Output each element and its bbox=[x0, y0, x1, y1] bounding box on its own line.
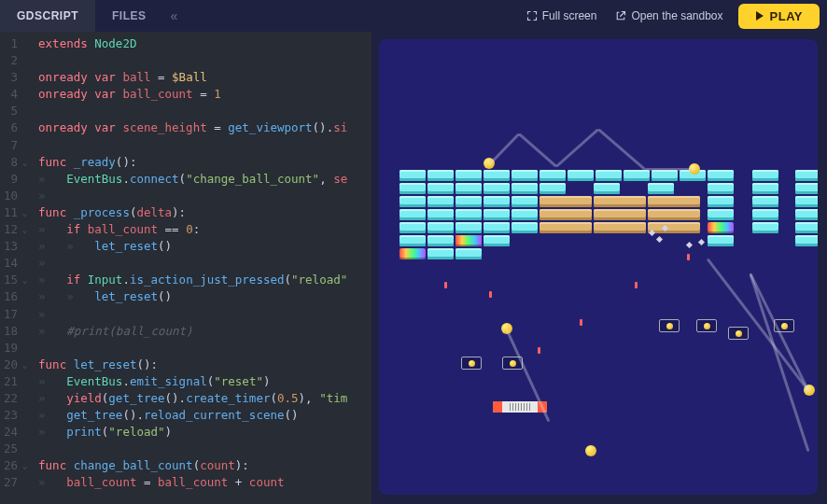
line-number: 14 bbox=[4, 255, 27, 272]
code-line[interactable]: func _ready(): bbox=[38, 154, 347, 171]
brick-cyan bbox=[795, 196, 818, 207]
line-number: 13 bbox=[4, 238, 27, 255]
brick-cyan bbox=[399, 183, 426, 194]
open-sandbox-label: Open the sandbox bbox=[631, 9, 722, 22]
code-line[interactable] bbox=[38, 137, 347, 154]
fullscreen-icon bbox=[526, 10, 538, 21]
line-number: 17 bbox=[4, 306, 27, 323]
brick-rainbow bbox=[708, 222, 734, 233]
code-line[interactable]: func change_ball_count(count): bbox=[38, 457, 347, 474]
code-line[interactable]: » bbox=[38, 255, 347, 272]
code-line[interactable]: » print("reload") bbox=[38, 424, 347, 441]
brick-cyan bbox=[708, 183, 734, 194]
ball-trail bbox=[488, 133, 520, 165]
brick-cyan bbox=[456, 183, 482, 194]
brick-cyan bbox=[708, 235, 734, 246]
brick-rainbow bbox=[399, 248, 426, 259]
code-line[interactable]: » » let_reset() bbox=[38, 288, 347, 305]
ball-trail bbox=[597, 128, 646, 170]
code-editor[interactable]: 12345678⌄91011⌄12⌄131415⌄1617181920⌄2122… bbox=[0, 32, 371, 504]
code-line[interactable]: onready var ball = $Ball bbox=[38, 69, 347, 86]
code-line[interactable]: » #print(ball_count) bbox=[38, 323, 347, 340]
ball-trail bbox=[555, 128, 599, 167]
code-line[interactable]: » EventBus.connect("change_ball_count", … bbox=[38, 171, 347, 188]
code-line[interactable]: » » let_reset() bbox=[38, 238, 347, 255]
ball-trail bbox=[750, 273, 810, 391]
tab-gdscript[interactable]: GDSCRIPT bbox=[0, 0, 95, 32]
line-number: 12⌄ bbox=[4, 221, 27, 238]
brick-cyan bbox=[795, 222, 818, 233]
line-number: 26⌄ bbox=[4, 457, 27, 474]
brick-wood bbox=[540, 209, 592, 220]
code-line[interactable]: » get_tree().reload_current_scene() bbox=[38, 407, 347, 424]
brick-cyan bbox=[399, 170, 426, 181]
brick-cyan bbox=[512, 222, 538, 233]
brick-cyan bbox=[752, 183, 778, 194]
bullet bbox=[580, 319, 582, 326]
code-area[interactable]: extends Node2Donready var ball = $Ballon… bbox=[33, 32, 347, 504]
bullet bbox=[635, 282, 638, 288]
brick-wood bbox=[540, 222, 592, 233]
brick-cyan bbox=[484, 222, 510, 233]
code-line[interactable] bbox=[38, 52, 347, 69]
line-number: 7 bbox=[4, 137, 27, 154]
line-number: 19 bbox=[4, 340, 27, 357]
line-gutter: 12345678⌄91011⌄12⌄131415⌄1617181920⌄2122… bbox=[0, 32, 33, 504]
brick-cyan bbox=[624, 170, 650, 181]
brick-cyan bbox=[652, 170, 678, 181]
code-line[interactable]: » bbox=[38, 188, 347, 204]
collapse-panel-icon[interactable]: « bbox=[163, 8, 186, 23]
code-line[interactable]: » yield(get_tree().create_timer(0.5), "t… bbox=[38, 390, 347, 407]
code-line[interactable] bbox=[38, 340, 347, 357]
line-number: 27 bbox=[4, 474, 27, 491]
brick-cyan bbox=[752, 209, 778, 220]
brick-cyan bbox=[708, 196, 734, 207]
brick-cyan bbox=[484, 209, 510, 220]
play-label: PLAY bbox=[770, 9, 803, 23]
brick-cyan bbox=[512, 209, 538, 220]
play-button[interactable]: PLAY bbox=[738, 4, 820, 29]
main: 12345678⌄91011⌄12⌄131415⌄1617181920⌄2122… bbox=[0, 32, 827, 504]
game-preview-panel bbox=[371, 32, 827, 504]
open-sandbox-button[interactable]: Open the sandbox bbox=[606, 9, 732, 22]
code-line[interactable]: » ball_count = ball_count + count bbox=[38, 474, 347, 491]
brick-cyan bbox=[648, 183, 674, 194]
brick-cyan bbox=[752, 222, 778, 233]
code-line[interactable] bbox=[38, 103, 347, 119]
brick-cyan bbox=[795, 170, 818, 181]
brick-wood bbox=[594, 196, 646, 207]
brick-cyan bbox=[456, 170, 482, 181]
brick-cyan bbox=[456, 248, 482, 259]
play-icon bbox=[755, 11, 764, 21]
code-line[interactable]: onready var scene_height = get_viewport(… bbox=[38, 119, 347, 136]
brick-cyan bbox=[512, 183, 538, 194]
line-number: 3 bbox=[4, 69, 27, 86]
line-number: 23 bbox=[4, 407, 27, 424]
ball-trail bbox=[750, 273, 810, 452]
fullscreen-label: Full screen bbox=[542, 9, 597, 22]
ball-pickup bbox=[659, 319, 680, 332]
brick-cyan bbox=[594, 183, 620, 194]
code-line[interactable]: func let_reset(): bbox=[38, 357, 347, 373]
code-line[interactable]: » if Input.is_action_just_pressed("reloa… bbox=[38, 272, 347, 288]
tab-files[interactable]: FILES bbox=[95, 0, 163, 32]
code-line[interactable] bbox=[38, 441, 347, 457]
game-canvas[interactable] bbox=[379, 39, 818, 495]
bullet bbox=[687, 254, 690, 260]
brick-cyan bbox=[540, 183, 566, 194]
code-line[interactable]: » if ball_count == 0: bbox=[38, 221, 347, 238]
code-line[interactable]: extends Node2D bbox=[38, 35, 347, 52]
ball-trail bbox=[518, 133, 557, 167]
line-number: 24 bbox=[4, 424, 27, 441]
code-line[interactable]: » bbox=[38, 306, 347, 323]
code-line[interactable]: » EventBus.emit_signal("reset") bbox=[38, 373, 347, 390]
line-number: 10 bbox=[4, 188, 27, 204]
line-number: 20⌄ bbox=[4, 357, 27, 373]
code-line[interactable]: onready var ball_count = 1 bbox=[38, 86, 347, 103]
code-line[interactable]: func _process(delta): bbox=[38, 204, 347, 221]
brick-wood bbox=[540, 196, 592, 207]
line-number: 2 bbox=[4, 52, 27, 69]
brick-wood bbox=[648, 196, 700, 207]
brick-cyan bbox=[752, 196, 778, 207]
fullscreen-button[interactable]: Full screen bbox=[517, 9, 607, 22]
